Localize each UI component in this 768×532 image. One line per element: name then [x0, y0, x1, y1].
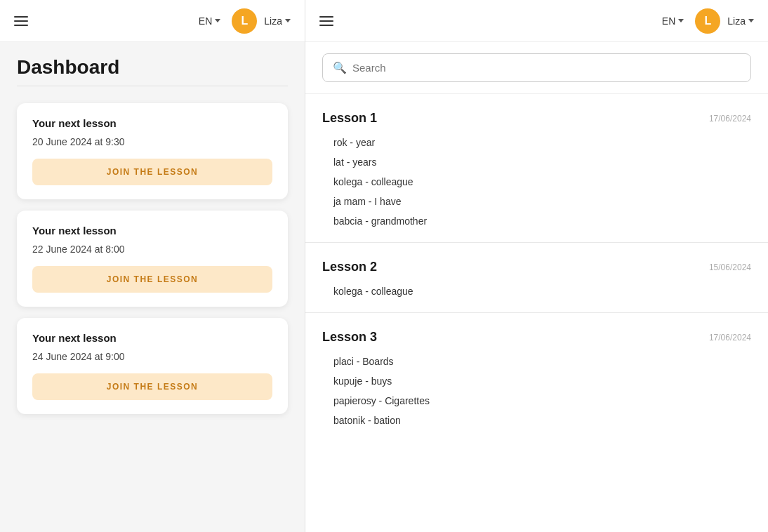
lessons-list: Lesson 1 17/06/2024 rok - yearlat - year… [305, 94, 768, 532]
language-label: EN [199, 15, 212, 27]
language-label: EN [662, 15, 675, 27]
page-title: Dashboard [0, 42, 305, 86]
chevron-down-icon [215, 19, 220, 22]
vocab-item: babcia - grandmother [322, 211, 751, 231]
left-panel: EN L Liza Dashboard Your next lesson 20 … [0, 0, 305, 532]
join-lesson-button[interactable]: JOIN THE LESSON [32, 373, 272, 400]
card-title: Your next lesson [32, 117, 272, 129]
lesson-divider [305, 242, 768, 243]
lesson-date: 15/06/2024 [709, 262, 751, 272]
hamburger-menu-icon[interactable] [14, 16, 28, 26]
language-selector[interactable]: EN [662, 15, 684, 27]
card-title: Your next lesson [32, 332, 272, 344]
left-header: EN L Liza [0, 0, 305, 42]
vocab-item: kolega - colleague [322, 172, 751, 192]
right-panel: EN L Liza 🔍 Lesson 1 17/06/2024 rok - ye… [305, 0, 768, 532]
join-lesson-button[interactable]: JOIN THE LESSON [32, 159, 272, 185]
join-lesson-button[interactable]: JOIN THE LESSON [32, 266, 272, 293]
avatar: L [232, 8, 257, 34]
right-header: EN L Liza [305, 0, 768, 42]
user-name-label: Liza [264, 15, 282, 27]
search-container: 🔍 [305, 42, 768, 94]
hamburger-menu-icon[interactable] [319, 16, 333, 26]
chevron-down-icon [285, 19, 291, 22]
lesson-cards-container: Your next lesson 20 June 2024 at 9:30 JO… [0, 98, 305, 532]
lesson-title: Lesson 1 [322, 111, 377, 126]
lesson-divider [305, 312, 768, 313]
lesson-date: 17/06/2024 [709, 114, 751, 124]
vocab-item: lat - years [322, 152, 751, 172]
card-date: 24 June 2024 at 9:00 [32, 351, 272, 362]
lesson-card: Your next lesson 22 June 2024 at 8:00 JO… [17, 211, 288, 307]
user-name-label: Liza [727, 15, 746, 27]
vocab-item: batonik - bation [322, 411, 751, 430]
user-menu[interactable]: L Liza [232, 8, 291, 34]
card-title: Your next lesson [32, 225, 272, 237]
lesson-group: Lesson 1 17/06/2024 rok - yearlat - year… [305, 100, 768, 237]
lesson-group: Lesson 2 15/06/2024 kolega - colleague [305, 248, 768, 307]
vocab-item: placi - Boards [322, 352, 751, 371]
vocab-item: kolega - colleague [322, 281, 751, 301]
chevron-down-icon [678, 19, 684, 22]
user-menu[interactable]: L Liza [695, 8, 754, 34]
language-selector[interactable]: EN [199, 15, 220, 27]
lesson-card: Your next lesson 24 June 2024 at 9:00 JO… [17, 318, 288, 414]
title-divider [17, 86, 288, 86]
vocab-item: ja mam - I have [322, 192, 751, 211]
avatar: L [695, 8, 720, 34]
lesson-group: Lesson 3 17/06/2024 placi - Boardskupuje… [305, 319, 768, 436]
lesson-title: Lesson 3 [322, 330, 377, 345]
vocab-item: kupuje - buys [322, 371, 751, 391]
chevron-down-icon [748, 19, 754, 22]
card-date: 22 June 2024 at 8:00 [32, 244, 272, 255]
card-date: 20 June 2024 at 9:30 [32, 136, 272, 147]
lesson-title: Lesson 2 [322, 260, 377, 274]
search-input[interactable] [352, 62, 741, 74]
lesson-group-header: Lesson 2 15/06/2024 [322, 260, 751, 274]
lesson-card: Your next lesson 20 June 2024 at 9:30 JO… [17, 103, 288, 199]
vocab-item: papierosy - Cigarettes [322, 391, 751, 411]
search-box: 🔍 [322, 53, 751, 82]
lesson-group-header: Lesson 3 17/06/2024 [322, 330, 751, 345]
lesson-date: 17/06/2024 [709, 333, 751, 343]
vocab-item: rok - year [322, 133, 751, 152]
search-icon: 🔍 [333, 61, 347, 74]
lesson-group-header: Lesson 1 17/06/2024 [322, 111, 751, 126]
